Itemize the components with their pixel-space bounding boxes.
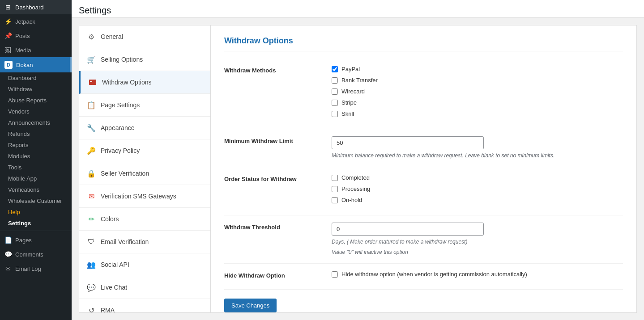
on-hold-label: On-hold — [341, 197, 362, 203]
hide-withdraw-label: Hide Withdraw Option — [224, 271, 323, 279]
pages-icon: 📄 — [4, 236, 12, 244]
skrill-label: Skrill — [341, 110, 354, 117]
nav-label-colors: Colors — [101, 215, 119, 223]
nav-label-rma: RMA — [101, 307, 115, 313]
jetpack-icon: ⚡ — [4, 18, 12, 25]
nav-item-live-chat[interactable]: 💬 Live Chat — [79, 276, 210, 299]
wirecard-checkbox-item: Wirecard — [332, 88, 623, 95]
sidebar-item-dokan[interactable]: D Dokan — [0, 57, 72, 72]
sidebar: ⊞ Dashboard ⚡ Jetpack 📌 Posts 🖼 Media D … — [0, 0, 72, 320]
sidebar-item-pages[interactable]: 📄 Pages — [0, 233, 72, 247]
bank-transfer-checkbox-item: Bank Transfer — [332, 77, 623, 84]
dokan-submenu: Dashboard Withdraw Abuse Reports Vendors… — [0, 72, 72, 229]
bank-transfer-label: Bank Transfer — [341, 77, 378, 84]
sidebar-item-posts[interactable]: 📌 Posts — [0, 29, 72, 43]
sub-help-label: Help — [8, 209, 20, 215]
nav-item-verification-sms[interactable]: ✉ Verification SMS Gateways — [79, 185, 210, 208]
nav-label-appearance: Appearance — [101, 124, 135, 131]
nav-item-privacy[interactable]: 🔑 Privacy Policy — [79, 139, 210, 162]
comments-icon: 💬 — [4, 251, 12, 258]
sidebar-item-sub-verifications[interactable]: Verifications — [4, 184, 72, 195]
nav-item-rma[interactable]: ↺ RMA — [79, 299, 210, 313]
withdraw-threshold-input[interactable] — [332, 223, 484, 236]
stripe-checkbox[interactable] — [332, 100, 338, 106]
nav-item-selling-options[interactable]: 🛒 Selling Options — [79, 48, 210, 71]
nav-item-seller-verification[interactable]: 🔒 Seller Verification — [79, 162, 210, 185]
min-withdraw-control: Minimum balance required to make a withd… — [332, 136, 623, 160]
sidebar-item-sub-wholesale[interactable]: Wholesale Customer — [4, 195, 72, 206]
completed-checkbox[interactable] — [332, 175, 338, 181]
sidebar-item-media[interactable]: 🖼 Media — [0, 43, 72, 57]
wirecard-label: Wirecard — [341, 88, 365, 95]
nav-item-appearance[interactable]: 🔧 Appearance — [79, 117, 210, 139]
page-settings-icon: 📋 — [86, 100, 96, 110]
sidebar-item-sub-abuse-reports[interactable]: Abuse Reports — [4, 95, 72, 106]
sidebar-item-label: Jetpack — [15, 18, 35, 25]
bank-transfer-checkbox[interactable] — [332, 77, 338, 84]
sub-abuse-label: Abuse Reports — [8, 97, 47, 104]
gear-icon: ⚙ — [86, 32, 96, 42]
sidebar-item-sub-modules[interactable]: Modules — [4, 151, 72, 162]
withdraw-methods-control: PayPal Bank Transfer Wirecard Stripe — [332, 66, 623, 122]
save-row: Save Changes — [224, 290, 623, 313]
threshold-hint-2: Value "0" will inactive this option — [332, 248, 623, 256]
nav-label-selling: Selling Options — [101, 56, 143, 63]
sidebar-item-label: Dokan — [16, 62, 33, 68]
dashboard-icon: ⊞ — [4, 4, 12, 11]
nav-item-social-api[interactable]: 👥 Social API — [79, 253, 210, 276]
processing-checkbox[interactable] — [332, 186, 338, 192]
colors-icon: ✏ — [86, 214, 96, 224]
page-header: Settings — [72, 0, 644, 18]
sub-withdraw-label: Withdraw — [8, 86, 32, 93]
sms-gateway-icon: ✉ — [86, 191, 96, 201]
email-verification-icon: 🛡 — [86, 237, 96, 247]
settings-panel: Withdraw Options Withdraw Methods PayPal… — [211, 25, 637, 313]
order-status-row: Order Status for Withdraw Completed Proc… — [224, 167, 623, 215]
sidebar-item-dashboard[interactable]: ⊞ Dashboard — [0, 0, 72, 14]
nav-item-general[interactable]: ⚙ General — [79, 25, 210, 48]
sidebar-item-sub-settings[interactable]: Settings — [4, 218, 72, 229]
paypal-checkbox[interactable] — [332, 66, 338, 72]
min-withdraw-hint: Minimum balance required to make a withd… — [332, 152, 623, 160]
sub-modules-label: Modules — [8, 153, 30, 160]
skrill-checkbox-item: Skrill — [332, 110, 623, 117]
sidebar-item-jetpack[interactable]: ⚡ Jetpack — [0, 14, 72, 29]
min-withdraw-input[interactable] — [332, 136, 484, 149]
sidebar-item-label: Dashboard — [15, 4, 44, 11]
withdraw-threshold-control: Days, ( Make order matured to make a wit… — [332, 223, 623, 256]
stripe-label: Stripe — [341, 99, 357, 106]
sidebar-item-sub-announcements[interactable]: Announcements — [4, 117, 72, 128]
seller-verification-icon: 🔒 — [86, 168, 96, 178]
withdraw-threshold-row: Withdraw Threshold Days, ( Make order ma… — [224, 215, 623, 264]
panel-title: Withdraw Options — [224, 36, 623, 51]
hide-withdraw-row: Hide Withdraw Option Hide withdraw optio… — [224, 264, 623, 290]
sidebar-item-sub-refunds[interactable]: Refunds — [4, 128, 72, 139]
paypal-label: PayPal — [341, 66, 360, 72]
save-changes-button[interactable]: Save Changes — [224, 299, 277, 312]
on-hold-checkbox-item: On-hold — [332, 197, 623, 203]
skrill-checkbox[interactable] — [332, 111, 338, 117]
nav-item-page-settings[interactable]: 📋 Page Settings — [79, 94, 210, 117]
sidebar-item-email-log[interactable]: ✉ Email Log — [0, 261, 72, 276]
sidebar-item-sub-help[interactable]: Help — [4, 206, 72, 218]
nav-item-withdraw-options[interactable]: Withdraw Options — [79, 71, 210, 94]
sidebar-item-sub-reports[interactable]: Reports — [4, 139, 72, 151]
sidebar-item-sub-vendors[interactable]: Vendors — [4, 106, 72, 117]
sub-tools-label: Tools — [8, 164, 21, 171]
wirecard-checkbox[interactable] — [332, 88, 338, 95]
email-log-label: Email Log — [15, 265, 41, 272]
hide-withdraw-checkbox[interactable] — [332, 271, 338, 278]
sidebar-item-comments[interactable]: 💬 Comments — [0, 247, 72, 261]
sidebar-item-sub-dashboard[interactable]: Dashboard — [4, 72, 72, 84]
on-hold-checkbox[interactable] — [332, 197, 338, 203]
nav-item-colors[interactable]: ✏ Colors — [79, 208, 210, 231]
processing-checkbox-item: Processing — [332, 185, 623, 192]
sidebar-item-sub-withdraw[interactable]: Withdraw — [4, 84, 72, 95]
sub-dashboard-label: Dashboard — [8, 75, 37, 81]
withdraw-threshold-label: Withdraw Threshold — [224, 223, 323, 231]
nav-item-email-verification[interactable]: 🛡 Email Verification — [79, 231, 210, 253]
sidebar-item-sub-mobile-app[interactable]: Mobile App — [4, 173, 72, 184]
sidebar-item-sub-tools[interactable]: Tools — [4, 162, 72, 173]
pages-label: Pages — [15, 237, 32, 244]
withdraw-icon — [88, 77, 98, 87]
